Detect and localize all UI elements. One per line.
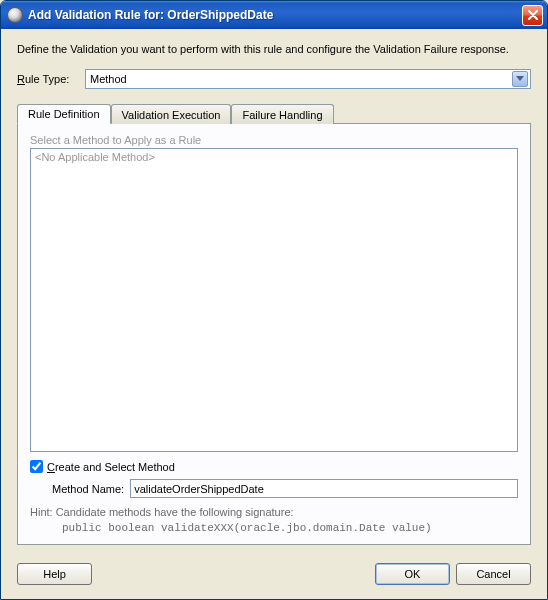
- rule-type-select[interactable]: Method: [85, 69, 531, 89]
- dropdown-button[interactable]: [512, 71, 528, 87]
- hint-line1: Hint: Candidate methods have the followi…: [30, 506, 294, 518]
- dialog-footer: Help OK Cancel: [1, 555, 547, 599]
- rule-type-value: Method: [90, 73, 512, 85]
- dialog-content: Define the Validation you want to perfor…: [1, 29, 547, 555]
- create-method-checkbox[interactable]: [30, 460, 43, 473]
- close-icon: [528, 10, 538, 20]
- method-name-input[interactable]: [130, 479, 518, 498]
- close-button[interactable]: [522, 5, 543, 26]
- help-button[interactable]: Help: [17, 563, 92, 585]
- ok-button[interactable]: OK: [375, 563, 450, 585]
- dialog-window: Add Validation Rule for: OrderShippedDat…: [0, 0, 548, 600]
- rule-type-label: Rule Type:: [17, 73, 85, 85]
- rule-type-row: Rule Type: Method: [17, 69, 531, 89]
- hint-text: Hint: Candidate methods have the followi…: [30, 506, 518, 534]
- create-method-row: Create and Select Method: [30, 460, 518, 473]
- listbox-placeholder: <No Applicable Method>: [35, 151, 155, 163]
- button-label: Help: [43, 568, 66, 580]
- chevron-down-icon: [516, 76, 524, 82]
- method-name-label: Method Name:: [52, 483, 124, 495]
- cancel-button[interactable]: Cancel: [456, 563, 531, 585]
- tab-label: Failure Handling: [242, 109, 322, 121]
- description-text: Define the Validation you want to perfor…: [17, 43, 531, 55]
- tab-label: Rule Definition: [28, 108, 100, 120]
- select-method-label: Select a Method to Apply as a Rule: [30, 134, 518, 146]
- method-listbox[interactable]: <No Applicable Method>: [30, 148, 518, 452]
- titlebar: Add Validation Rule for: OrderShippedDat…: [1, 1, 547, 29]
- method-name-row: Method Name:: [52, 479, 518, 498]
- window-title: Add Validation Rule for: OrderShippedDat…: [28, 8, 522, 22]
- app-icon: [7, 7, 23, 23]
- tab-panel-rule-definition: Select a Method to Apply as a Rule <No A…: [17, 123, 531, 545]
- tab-bar: Rule Definition Validation Execution Fai…: [17, 103, 531, 123]
- create-method-label: Create and Select Method: [47, 461, 175, 473]
- tab-label: Validation Execution: [122, 109, 221, 121]
- tab-rule-definition[interactable]: Rule Definition: [17, 104, 111, 124]
- hint-signature: public boolean validateXXX(oracle.jbo.do…: [62, 522, 518, 534]
- tab-validation-execution[interactable]: Validation Execution: [111, 104, 232, 124]
- footer-spacer: [98, 563, 369, 585]
- tab-failure-handling[interactable]: Failure Handling: [231, 104, 333, 124]
- button-label: Cancel: [476, 568, 510, 580]
- button-label: OK: [405, 568, 421, 580]
